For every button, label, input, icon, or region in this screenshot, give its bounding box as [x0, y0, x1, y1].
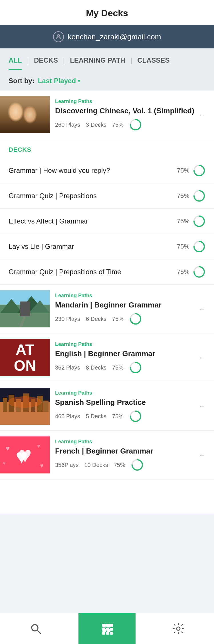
header: My Decks	[0, 0, 214, 25]
lp-decks: 10 Decks	[84, 462, 108, 468]
user-avatar-icon	[53, 31, 64, 42]
svg-rect-57	[102, 632, 105, 635]
lp-back-arrow-icon[interactable]: ←	[196, 111, 208, 119]
svg-text:♥: ♥	[16, 446, 28, 468]
deck-title: Effect vs Affect | Grammar	[9, 217, 177, 225]
svg-rect-55	[106, 628, 109, 631]
lp-percent: 75%	[114, 462, 125, 468]
svg-point-0	[57, 34, 60, 37]
sort-bar: Sort by: Last Played ▾	[0, 70, 214, 91]
deck-percent: 75%	[177, 218, 189, 225]
tab-classes[interactable]: CLASSES	[137, 56, 169, 70]
progress-circle	[193, 190, 205, 202]
progress-circle	[129, 361, 142, 374]
progress-circle	[129, 313, 142, 325]
progress-circle	[193, 240, 205, 253]
lp-back-arrow-icon[interactable]: ←	[196, 354, 208, 362]
lp-back-arrow-icon[interactable]: ←	[196, 305, 208, 313]
tab-decks[interactable]: DECKS	[34, 56, 58, 70]
svg-line-44	[37, 630, 41, 633]
progress-circle	[193, 266, 205, 278]
settings-icon	[172, 622, 185, 635]
deck-percent: 75%	[177, 167, 189, 174]
tab-all[interactable]: ALL	[9, 56, 22, 70]
nav-grid[interactable]	[78, 613, 136, 644]
lp-meta: 362 Plays 8 Decks 75%	[55, 361, 196, 374]
svg-rect-14	[0, 290, 50, 305]
deck-row-2[interactable]: Grammar Quiz | Prepositions 75%	[0, 183, 214, 209]
deck-row-4[interactable]: Lay vs Lie | Grammar 75%	[0, 234, 214, 259]
deck-percent: 75%	[177, 268, 189, 276]
lp-back-arrow-icon[interactable]: ←	[196, 402, 208, 410]
search-icon	[29, 622, 42, 635]
sort-by-label: Sort by:	[9, 77, 35, 85]
nav-search[interactable]	[7, 613, 64, 644]
lp-info-french: Learning Paths French | Beginner Grammar…	[55, 439, 196, 471]
lp-meta: 230 Plays 6 Decks 75%	[55, 313, 196, 325]
svg-rect-31	[43, 401, 49, 412]
deck-title: Grammar | How would you reply?	[9, 167, 177, 175]
sort-dropdown[interactable]: Last Played ▾	[38, 77, 80, 85]
svg-text:♥: ♥	[40, 462, 44, 469]
lp-card-chinese[interactable]: Learning Paths Discovering Chinese, Vol.…	[0, 91, 214, 139]
lp-meta: 260 Plays 3 Decks 75%	[55, 118, 196, 131]
lp-card-english[interactable]: AT ON Learning Paths English | Beginner …	[0, 333, 214, 382]
lp-card-spanish[interactable]: Learning Paths Spanish Spelling Practice…	[0, 382, 214, 431]
svg-rect-58	[106, 632, 109, 635]
deck-title: Grammar Quiz | Prepositions of Time	[9, 268, 177, 276]
lp-decks: 5 Decks	[86, 413, 106, 420]
decks-section-label: DECKS	[0, 139, 214, 158]
lp-plays: 465 Plays	[55, 413, 80, 420]
lp-decks: 6 Decks	[86, 316, 106, 322]
grid-icon	[101, 622, 113, 635]
svg-text:♥: ♥	[6, 444, 10, 452]
lp-info-mandarin: Learning Paths Mandarin | Beginner Gramm…	[55, 293, 196, 325]
lp-info-chinese: Learning Paths Discovering Chinese, Vol.…	[55, 99, 196, 131]
chevron-down-icon: ▾	[78, 78, 80, 84]
lp-thumb-mandarin	[0, 290, 50, 327]
svg-rect-54	[102, 628, 105, 631]
user-bar: kenchan_zaraki@gmail.com	[0, 25, 214, 48]
deck-percent: 75%	[177, 243, 189, 250]
lp-type-label: Learning Paths	[55, 293, 196, 299]
lp-thumb-english: AT ON	[0, 339, 50, 376]
lp-plays: 362 Plays	[55, 364, 80, 371]
lp-type-label: Learning Paths	[55, 439, 196, 445]
deck-row-1[interactable]: Grammar | How would you reply? 75%	[0, 158, 214, 183]
svg-rect-18	[0, 313, 50, 327]
lp-thumb-chinese	[0, 96, 50, 133]
user-email: kenchan_zaraki@gmail.com	[68, 32, 161, 41]
progress-circle	[129, 410, 142, 423]
deck-row-3[interactable]: Effect vs Affect | Grammar 75%	[0, 209, 214, 234]
progress-circle	[129, 118, 142, 131]
svg-rect-53	[110, 624, 113, 627]
svg-rect-56	[110, 628, 113, 631]
lp-card-mandarin[interactable]: Learning Paths Mandarin | Beginner Gramm…	[0, 285, 214, 333]
lp-type-label: Learning Paths	[55, 390, 196, 396]
lp-type-label: Learning Paths	[55, 341, 196, 347]
deck-title: Grammar Quiz | Prepositions	[9, 192, 177, 200]
deck-percent: 75%	[177, 192, 189, 200]
deck-row-5[interactable]: Grammar Quiz | Prepositions of Time 75%	[0, 259, 214, 285]
lp-meta: 356Plays 10 Decks 75%	[55, 459, 196, 471]
lp-title: Spanish Spelling Practice	[55, 398, 196, 407]
svg-point-32	[8, 396, 42, 408]
lp-percent: 75%	[112, 413, 124, 420]
lp-plays: 230 Plays	[55, 316, 80, 322]
lp-card-french[interactable]: ♥ ♥ ♥ ♥ ♥ Learning Paths French | Beginn…	[0, 431, 214, 479]
lp-percent: 75%	[112, 316, 124, 322]
lp-thumb-spanish	[0, 388, 50, 425]
svg-rect-52	[106, 624, 109, 627]
lp-meta: 465 Plays 5 Decks 75%	[55, 410, 196, 423]
lp-percent: 75%	[112, 122, 124, 128]
lp-info-english: Learning Paths English | Beginner Gramma…	[55, 341, 196, 374]
tab-learning-path[interactable]: LEARNING PATH	[70, 56, 125, 70]
lp-back-arrow-icon[interactable]: ←	[196, 451, 208, 459]
svg-rect-25	[3, 398, 7, 412]
lp-type-label: Learning Paths	[55, 99, 196, 104]
svg-text:♥: ♥	[3, 461, 6, 466]
svg-rect-59	[110, 632, 113, 635]
lp-percent: 75%	[112, 364, 124, 371]
nav-settings[interactable]	[150, 613, 207, 644]
lp-plays: 356Plays	[55, 462, 78, 468]
